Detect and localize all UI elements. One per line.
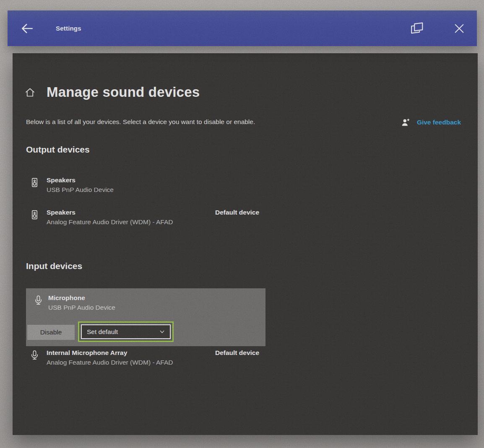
arrow-left-icon <box>20 21 34 36</box>
device-detail: USB PnP Audio Device <box>47 185 114 194</box>
home-icon <box>24 87 36 98</box>
device-row-internal-microphone[interactable]: Internal Microphone Array Analog Feature… <box>26 348 464 372</box>
give-feedback-label: Give feedback <box>417 119 461 126</box>
input-devices-heading: Input devices <box>26 261 82 271</box>
speaker-icon <box>29 177 40 188</box>
device-status: Default device <box>215 208 259 217</box>
microphone-icon <box>33 295 44 306</box>
device-text: Microphone USB PnP Audio Device <box>48 293 115 312</box>
device-row-speakers-usb[interactable]: Speakers USB PnP Audio Device <box>26 176 464 199</box>
device-detail: USB PnP Audio Device <box>48 303 115 312</box>
device-text: Speakers USB PnP Audio Device <box>47 176 114 194</box>
device-detail: Analog Feature Audio Driver (WDM) - AFAD <box>47 357 173 367</box>
device-text: Internal Microphone Array Analog Feature… <box>47 348 173 367</box>
close-icon <box>453 22 466 35</box>
chevron-down-icon <box>159 328 166 335</box>
device-name: Speakers <box>47 208 173 217</box>
page-title: Manage sound devices <box>47 84 200 100</box>
titlebar-actions <box>406 18 470 39</box>
give-feedback-link[interactable]: Give feedback <box>401 117 461 128</box>
mixed-reality-environment: Settings <box>0 0 484 448</box>
device-name: Speakers <box>47 176 114 185</box>
titlebar-title: Settings <box>56 25 81 32</box>
set-default-label: Set default <box>87 328 118 336</box>
disable-button[interactable]: Disable <box>27 325 75 340</box>
device-text: Speakers Analog Feature Audio Driver (WD… <box>47 208 173 227</box>
device-name: Microphone <box>48 293 115 303</box>
device-detail: Analog Feature Audio Driver (WDM) - AFAD <box>47 217 173 227</box>
page-header: Manage sound devices <box>24 84 200 100</box>
titlebar: Settings <box>8 10 477 46</box>
close-button[interactable] <box>448 18 470 39</box>
set-default-dropdown[interactable]: Set default <box>81 324 171 339</box>
set-default-focus-ring: Set default <box>78 321 174 342</box>
device-row-speakers-analog[interactable]: Speakers Analog Feature Audio Driver (WD… <box>26 208 464 231</box>
follow-window-icon <box>409 21 424 36</box>
selected-device-card-microphone[interactable]: Microphone USB PnP Audio Device Disable … <box>26 288 265 346</box>
follow-window-button[interactable] <box>406 18 427 39</box>
microphone-icon <box>29 350 40 360</box>
device-status: Default device <box>215 348 259 357</box>
person-sparkle-icon <box>401 117 411 128</box>
output-devices-heading: Output devices <box>26 145 90 155</box>
device-name: Internal Microphone Array <box>47 348 173 357</box>
settings-window: Manage sound devices Below is a list of … <box>13 53 478 435</box>
page-description: Below is a list of all your devices. Sel… <box>26 117 268 127</box>
speaker-icon <box>29 209 40 220</box>
back-button[interactable] <box>16 18 38 39</box>
